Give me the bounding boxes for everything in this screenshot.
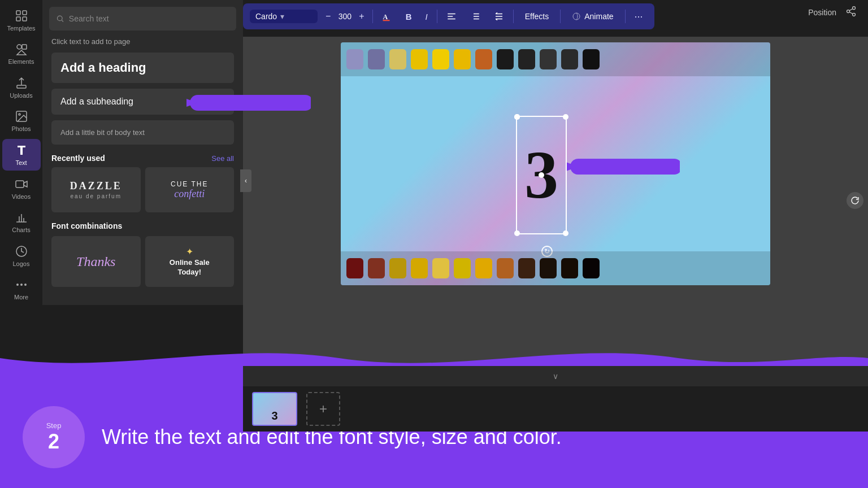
sidebar-item-elements[interactable]: Elements xyxy=(2,38,41,70)
toolbar-divider-1 xyxy=(372,10,373,23)
font-selector[interactable]: Cardo ▾ xyxy=(250,10,318,23)
search-icon xyxy=(56,14,64,23)
font-comb-card-2[interactable]: ✦ Online Sale Today! xyxy=(145,236,235,287)
svg-point-12 xyxy=(16,284,19,286)
slide-thumbnail-1[interactable]: 3 xyxy=(252,392,297,426)
sidebar-item-charts-label: Charts xyxy=(12,226,30,233)
svg-rect-7 xyxy=(17,85,26,88)
sidebar-item-more[interactable]: More xyxy=(2,274,41,306)
text-element-selected[interactable]: 3 xyxy=(516,116,567,234)
slide-thumb-number: 3 xyxy=(271,409,277,422)
film-hole xyxy=(540,49,557,69)
italic-button[interactable]: I xyxy=(421,10,432,24)
share-button[interactable] xyxy=(845,6,857,19)
list-button[interactable] xyxy=(466,9,485,24)
toolbar-divider-3 xyxy=(513,10,514,23)
svg-point-4 xyxy=(17,45,21,49)
sidebar-item-charts[interactable]: Charts xyxy=(2,206,41,238)
font-card-dazzle[interactable]: DAZZLE eau de parfum xyxy=(51,167,141,212)
svg-text:A: A xyxy=(383,13,388,21)
bold-button[interactable]: B xyxy=(401,10,416,24)
font-comb-card-1[interactable]: Thanks xyxy=(51,236,141,287)
bold-icon: B xyxy=(406,12,412,21)
recently-used-grid: DAZZLE eau de parfum CUE THE confetti xyxy=(51,167,234,212)
refresh-icon xyxy=(850,196,860,205)
font-comb-sale: Online Sale Today! xyxy=(170,258,210,277)
add-slide-button[interactable]: + xyxy=(306,392,340,426)
more-options-button[interactable]: ··· xyxy=(630,8,648,25)
left-sidebar: Templates Elements Uploads Photos Text xyxy=(0,0,42,305)
step-number: 2 xyxy=(48,430,59,454)
plus-icon: + xyxy=(319,401,327,417)
canvas-text-number: 3 xyxy=(524,141,558,209)
position-button[interactable]: Position xyxy=(808,8,836,17)
collapse-panel-button[interactable]: ‹ xyxy=(240,169,251,192)
font-size-increase-button[interactable]: + xyxy=(355,10,367,23)
chart-icon xyxy=(15,211,28,224)
handle-bottom-right[interactable] xyxy=(563,230,568,236)
font-size-group: − 300 + xyxy=(322,10,368,23)
sidebar-item-videos[interactable]: Videos xyxy=(2,173,41,204)
add-body-button[interactable]: Add a little bit of body text xyxy=(51,120,234,145)
film-hole xyxy=(368,49,385,69)
font-size-decrease-button[interactable]: − xyxy=(322,10,334,23)
logo-icon xyxy=(15,245,28,258)
align-button[interactable] xyxy=(442,9,461,24)
recently-used-section: Recently used See all xyxy=(51,154,234,163)
film-hole xyxy=(432,49,449,69)
step-label-text: Step xyxy=(46,421,62,430)
font-card-confetti[interactable]: CUE THE confetti xyxy=(145,167,235,212)
film-hole xyxy=(454,258,471,278)
text-icon xyxy=(15,143,28,157)
sidebar-item-photos-label: Photos xyxy=(11,125,31,132)
svg-point-15 xyxy=(57,16,62,21)
effects-button[interactable]: Effects xyxy=(518,10,556,23)
sidebar-item-photos[interactable]: Photos xyxy=(2,106,41,137)
film-strip-top xyxy=(341,42,770,76)
handle-bottom-left[interactable] xyxy=(514,230,520,236)
chevron-left-icon: ‹ xyxy=(245,177,247,185)
film-hole xyxy=(454,49,471,69)
more-icon xyxy=(15,278,28,291)
handle-top-left[interactable] xyxy=(514,114,520,120)
svg-rect-5 xyxy=(22,45,27,49)
font-comb-thanks: Thanks xyxy=(76,254,115,269)
dazzle-sub: eau de parfum xyxy=(71,193,122,199)
search-input[interactable] xyxy=(69,14,229,23)
canvas-scroll-right[interactable] xyxy=(847,192,863,209)
svg-point-22 xyxy=(853,13,856,16)
film-hole xyxy=(497,49,514,69)
svg-marker-6 xyxy=(17,50,26,55)
align-icon xyxy=(446,11,457,21)
handle-top-right[interactable] xyxy=(563,114,568,120)
confetti-text: confetti xyxy=(174,188,205,200)
svg-rect-0 xyxy=(16,11,20,15)
arrow-annotation-subheading xyxy=(186,86,311,122)
sidebar-item-text[interactable]: Text xyxy=(2,139,41,171)
animate-button[interactable]: Animate xyxy=(565,10,620,23)
canvas-content[interactable]: 3 ↻ xyxy=(341,42,770,285)
svg-rect-18 xyxy=(383,20,389,21)
italic-icon: I xyxy=(426,12,428,21)
font-color-button[interactable]: A xyxy=(377,9,397,24)
recently-used-label: Recently used xyxy=(51,154,105,163)
sidebar-item-logos[interactable]: Logos xyxy=(2,240,41,272)
toolbar-divider-2 xyxy=(437,10,437,23)
line-spacing-button[interactable] xyxy=(489,9,509,24)
click-to-add-hint: Click text to add to page xyxy=(51,37,234,46)
add-heading-button[interactable]: Add a heading xyxy=(51,53,234,83)
canvas-arrow-annotation xyxy=(567,150,680,186)
share-icon xyxy=(845,6,857,17)
sidebar-item-templates[interactable]: Templates xyxy=(2,5,41,36)
search-bar[interactable] xyxy=(49,7,236,30)
svg-rect-1 xyxy=(23,11,27,15)
svg-point-19 xyxy=(573,13,580,20)
film-hole xyxy=(389,49,406,69)
sidebar-item-uploads[interactable]: Uploads xyxy=(2,72,41,103)
upload-icon xyxy=(15,76,28,90)
film-hole xyxy=(583,49,600,69)
see-all-button[interactable]: See all xyxy=(211,154,234,163)
film-hole xyxy=(583,258,600,278)
slide-panel-divider: ∨ xyxy=(243,366,868,386)
chevron-down-icon: ∨ xyxy=(553,372,558,381)
